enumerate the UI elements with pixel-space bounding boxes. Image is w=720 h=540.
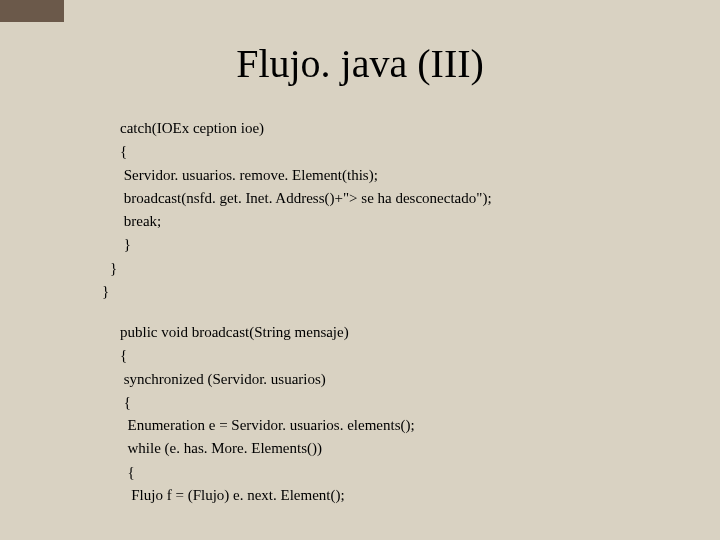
code-line: { [120, 344, 680, 367]
spacer [40, 303, 680, 321]
code-line: } [102, 280, 680, 303]
code-line: Enumeration e = Servidor. usuarios. elem… [120, 414, 680, 437]
code-line: Servidor. usuarios. remove. Element(this… [120, 164, 680, 187]
code-line: { [120, 140, 680, 163]
code-line: } [120, 233, 680, 256]
code-line: Flujo f = (Flujo) e. next. Element(); [120, 484, 680, 507]
corner-decoration [0, 0, 64, 22]
code-line: } [110, 257, 680, 280]
code-line: public void broadcast(String mensaje) [120, 321, 680, 344]
code-line: { [120, 391, 680, 414]
code-line: broadcast(nsfd. get. Inet. Address()+"> … [120, 187, 680, 210]
code-line: synchronized (Servidor. usuarios) [120, 368, 680, 391]
code-line: while (e. has. More. Elements()) [120, 437, 680, 460]
code-block-1: catch(IOEx ception ioe) { Servidor. usua… [120, 117, 680, 303]
code-line: break; [120, 210, 680, 233]
slide-title: Flujo. java (III) [40, 40, 680, 87]
code-line: { [120, 461, 680, 484]
slide: Flujo. java (III) catch(IOEx ception ioe… [0, 0, 720, 540]
code-block-2: public void broadcast(String mensaje) { … [120, 321, 680, 507]
code-line: catch(IOEx ception ioe) [120, 117, 680, 140]
